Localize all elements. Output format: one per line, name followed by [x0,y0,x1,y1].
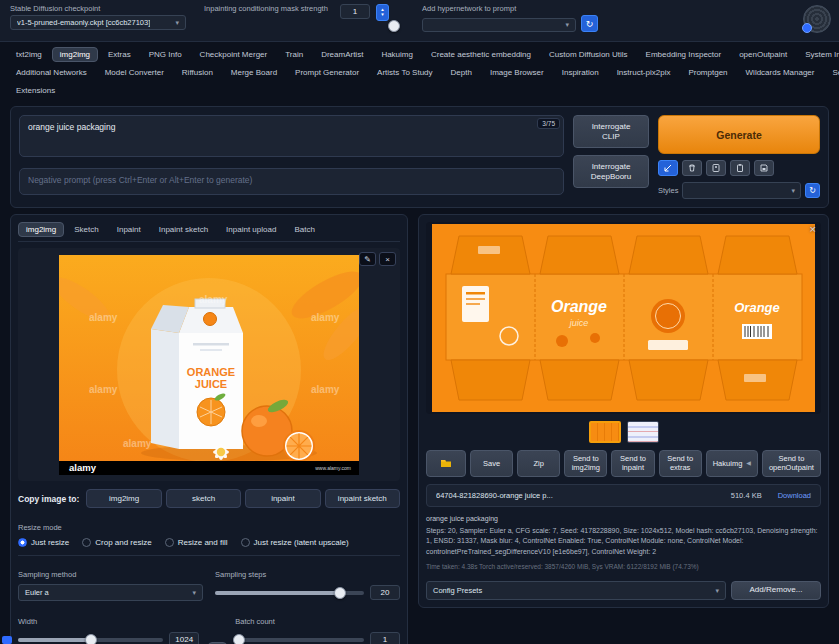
download-link[interactable]: Download [778,491,811,500]
generation-info-prompt: orange juice packaging [426,514,821,525]
tab-settings[interactable]: Settings [824,65,839,80]
resize-option-latent-upscale[interactable]: Just resize (latent upscale) [241,538,349,547]
batch-count-slider[interactable] [235,638,364,642]
source-image-area[interactable]: ✎ × [18,248,400,481]
width-field: Width 1024 [18,610,199,644]
remove-image-icon[interactable]: × [379,252,396,266]
generated-image: Orange juice Orange [432,224,815,412]
config-presets-add-remove-button[interactable]: Add/Remove... [731,581,821,600]
send-to-inpaint-button[interactable]: Send to inpaint [611,450,654,477]
tab-riffusion[interactable]: Riffusion [174,65,221,80]
mode-tab-inpaint[interactable]: Inpaint [109,222,149,237]
tab-create-aesthetic-embedding[interactable]: Create aesthetic embedding [423,47,539,62]
hakuimg-select[interactable]: Hakuimg ◀ [706,450,758,477]
mode-tab-batch[interactable]: Batch [286,222,322,237]
paste-prompt-button[interactable] [658,160,678,176]
negative-prompt-input[interactable] [19,168,564,195]
apply-style-button[interactable] [730,160,750,176]
gallery-thumbnail-2[interactable] [627,421,659,443]
edit-image-icon[interactable]: ✎ [359,252,376,266]
sampling-steps-value[interactable]: 20 [370,585,400,600]
tab-inspiration[interactable]: Inspiration [554,65,607,80]
copy-to-inpaint-button[interactable]: inpaint [245,489,320,508]
checkpoint-value: v1-5-pruned-emaonly.ckpt [cc6cb27103] [17,18,150,27]
width-slider[interactable] [18,638,163,642]
tab-openoutpaint[interactable]: openOutpaint [731,47,795,62]
refresh-hypernetworks-button[interactable]: ↻ [581,15,598,32]
mode-tab-img2img[interactable]: img2img [18,222,64,237]
interrogate-clip-button[interactable]: Interrogate CLIP [573,115,649,148]
tab-additional-networks[interactable]: Additional Networks [8,65,95,80]
copy-to-sketch-button[interactable]: sketch [166,489,241,508]
batch-count-value[interactable]: 1 [370,632,400,644]
resize-option-resize-and-fill[interactable]: Resize and fill [165,538,228,547]
radio-label: Crop and resize [95,538,151,547]
zip-button[interactable]: Zip [517,450,560,477]
tab-extensions[interactable]: Extensions [8,83,63,98]
generate-button[interactable]: Generate [658,115,820,154]
tab-wildcards-manager[interactable]: Wildcards Manager [738,65,823,80]
copy-to-inpaint-sketch-button[interactable]: inpaint sketch [325,489,400,508]
interrogate-group: Interrogate CLIP Interrogate DeepBooru [573,115,649,199]
tab-instruct-pix2pix[interactable]: Instruct-pix2pix [609,65,679,80]
radio-label: Just resize (latent upscale) [254,538,349,547]
hypernetwork-select[interactable]: ▾ [422,18,576,32]
output-image-area[interactable]: × [426,222,821,414]
tab-embedding-inspector[interactable]: Embedding Inspector [638,47,730,62]
mask-strength-value[interactable]: 1 [340,4,370,19]
save-button[interactable]: Save [470,450,513,477]
tab-custom-diffusion-utils[interactable]: Custom Diffusion Utils [541,47,636,62]
sampling-steps-field: Sampling steps 20 [215,563,400,601]
tab-hakuimg[interactable]: Hakuimg [373,47,421,62]
send-to-extras-button[interactable]: Send to extras [659,450,702,477]
sampling-method-select[interactable]: Euler a ▾ [18,584,203,601]
mode-tab-inpaint-sketch[interactable]: Inpaint sketch [151,222,216,237]
tab-image-browser[interactable]: Image Browser [482,65,552,80]
config-presets-select[interactable]: Config Presets ▾ [426,581,726,600]
tab-merge-board[interactable]: Merge Board [223,65,285,80]
tab-artists-to-study[interactable]: Artists To Study [369,65,440,80]
svg-text:Orange: Orange [734,300,780,315]
copy-to-img2img-button[interactable]: img2img [86,489,161,508]
tab-dreamartist[interactable]: DreamArtist [313,47,371,62]
prompt-panel: orange juice packaging 3/75 Interrogate … [10,106,829,208]
extra-networks-button[interactable] [706,160,726,176]
hakuimg-label: Hakuimg [713,459,743,468]
tab-model-converter[interactable]: Model Converter [97,65,172,80]
logo-status-dot [802,23,812,33]
tab-png-info[interactable]: PNG Info [141,47,190,62]
send-to-openoutpaint-button[interactable]: Send to openOutpaint [762,450,821,477]
card-icon [711,163,721,173]
tab-depth[interactable]: Depth [443,65,480,80]
app-logo[interactable] [803,5,831,33]
refresh-styles-button[interactable]: ↻ [805,183,820,198]
tab-extras[interactable]: Extras [100,47,139,62]
resize-option-crop-and-resize[interactable]: Crop and resize [82,538,151,547]
stepper-icon[interactable]: ▲ ▼ [376,4,389,21]
tab-img2img[interactable]: img2img [52,47,98,62]
styles-select[interactable]: ▾ [682,182,801,199]
open-folder-button[interactable] [426,450,466,477]
output-panel: × [418,214,829,608]
clear-prompt-button[interactable] [682,160,702,176]
send-to-img2img-button[interactable]: Send to img2img [564,450,607,477]
tab-system-info[interactable]: System Info [797,47,839,62]
mode-tab-sketch[interactable]: Sketch [66,222,106,237]
prompt-input[interactable]: orange juice packaging [19,115,564,157]
close-image-icon[interactable]: × [810,223,816,235]
tab-train[interactable]: Train [277,47,311,62]
tab-prompt-generator[interactable]: Prompt Generator [287,65,367,80]
interrogate-deepbooru-button[interactable]: Interrogate DeepBooru [573,155,649,188]
tab-checkpoint-merger[interactable]: Checkpoint Merger [192,47,276,62]
sampling-steps-slider[interactable] [215,591,364,595]
save-style-button[interactable] [754,160,774,176]
mode-tab-inpaint-upload[interactable]: Inpaint upload [218,222,284,237]
width-value[interactable]: 1024 [169,632,199,644]
svg-text:ORANGE: ORANGE [187,366,235,378]
tab-txt2img[interactable]: txt2img [8,47,50,62]
svg-text:alamy: alamy [123,438,152,449]
checkpoint-select[interactable]: v1-5-pruned-emaonly.ckpt [cc6cb27103] ▾ [10,15,186,30]
gallery-thumbnail-1[interactable] [589,421,621,443]
tab-promptgen[interactable]: Promptgen [680,65,735,80]
resize-option-just-resize[interactable]: Just resize [18,538,69,547]
